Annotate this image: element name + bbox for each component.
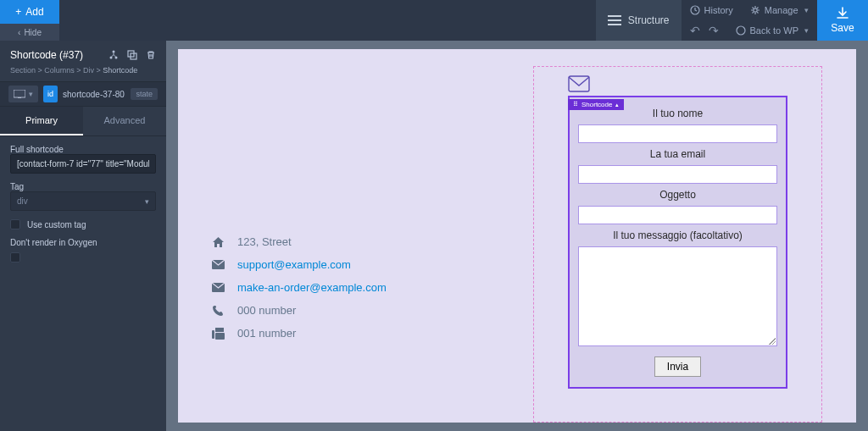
grip-icon: ⠿ bbox=[573, 101, 578, 108]
hide-label: Hide bbox=[24, 28, 42, 37]
home-icon bbox=[212, 236, 225, 248]
element-tag-label: Shortcode bbox=[581, 101, 612, 108]
tree-icon[interactable] bbox=[108, 50, 119, 60]
chevron-down-icon: ▾ bbox=[804, 6, 809, 14]
dont-render-label: Don't render in Oxygen bbox=[10, 238, 156, 247]
tab-advanced[interactable]: Advanced bbox=[83, 107, 166, 135]
envelope-icon bbox=[212, 283, 225, 292]
add-button[interactable]: + Add bbox=[0, 0, 59, 24]
plus-icon: + bbox=[15, 6, 21, 18]
structure-button[interactable]: Structure bbox=[596, 0, 682, 41]
history-button[interactable]: History bbox=[682, 0, 742, 20]
copy-icon[interactable] bbox=[127, 50, 137, 60]
history-label: History bbox=[704, 5, 733, 15]
support-email-text: support@example.com bbox=[237, 258, 351, 271]
breakpoint-selector[interactable]: ▾ bbox=[8, 86, 38, 102]
phone-icon bbox=[212, 305, 225, 317]
element-tag[interactable]: ⠿ Shortcode ▴ bbox=[568, 99, 624, 110]
manage-label: Manage bbox=[765, 5, 798, 15]
element-title: Shortcode (#37) bbox=[10, 49, 83, 61]
svg-rect-8 bbox=[14, 90, 25, 97]
breadcrumb: Section > Columns > Div > Shortcode bbox=[0, 66, 166, 81]
tag-select[interactable]: div ▾ bbox=[10, 191, 156, 211]
hide-button[interactable]: ‹ Hide bbox=[0, 24, 59, 41]
property-tabs: Primary Advanced bbox=[0, 107, 166, 136]
mail-icon bbox=[568, 75, 787, 92]
svg-point-2 bbox=[737, 26, 745, 35]
chevron-up-icon: ▴ bbox=[615, 102, 619, 108]
message-label: Il tuo messaggio (facoltativo) bbox=[613, 229, 743, 241]
address-row: 123, Street bbox=[212, 235, 499, 248]
svg-rect-9 bbox=[18, 97, 21, 98]
phone2-row: 001 number bbox=[212, 327, 499, 340]
svg-point-3 bbox=[113, 51, 115, 53]
back-to-wp-label: Back to WP bbox=[750, 25, 798, 36]
envelope-icon bbox=[212, 260, 225, 269]
structure-label: Structure bbox=[628, 14, 670, 26]
phone1-text: 000 number bbox=[237, 304, 296, 317]
svg-rect-13 bbox=[215, 328, 224, 332]
trash-icon[interactable] bbox=[146, 50, 156, 60]
subject-label: Oggetto bbox=[659, 189, 696, 201]
use-custom-tag-label: Use custom tag bbox=[27, 220, 86, 229]
name-label: Il tuo nome bbox=[653, 108, 703, 119]
order-email-text: make-an-order@example.com bbox=[237, 281, 387, 294]
vertical-scrollbar[interactable] bbox=[844, 49, 854, 423]
manage-button[interactable]: Manage ▾ bbox=[742, 0, 817, 20]
save-label: Save bbox=[831, 22, 854, 34]
structure-icon bbox=[608, 15, 621, 25]
chevron-down-icon: ▾ bbox=[29, 90, 33, 98]
back-to-wp-button[interactable]: Back to WP ▾ bbox=[727, 20, 817, 41]
page-preview[interactable]: 123, Street support@example.com make-an-… bbox=[178, 49, 856, 423]
canvas: 123, Street support@example.com make-an-… bbox=[166, 41, 868, 431]
selector-name[interactable]: shortcode-37-80 bbox=[63, 90, 125, 99]
phone1-row: 000 number bbox=[212, 304, 499, 317]
name-input[interactable] bbox=[578, 124, 777, 143]
save-button[interactable]: Save bbox=[817, 0, 868, 41]
svg-rect-14 bbox=[215, 333, 225, 340]
message-textarea[interactable] bbox=[578, 246, 777, 346]
resize-grip[interactable] bbox=[769, 338, 776, 345]
svg-point-1 bbox=[754, 8, 757, 12]
tag-value: div bbox=[17, 196, 28, 206]
wordpress-icon bbox=[736, 25, 746, 36]
full-shortcode-label: Full shortcode bbox=[10, 145, 156, 154]
tab-primary[interactable]: Primary bbox=[0, 107, 83, 135]
contact-form[interactable]: Il tuo nome La tua email Oggetto Il tuo … bbox=[568, 96, 787, 389]
email-label: La tua email bbox=[650, 148, 705, 160]
chevron-left-icon: ‹ bbox=[18, 28, 20, 37]
svg-rect-15 bbox=[569, 76, 589, 91]
order-email-row[interactable]: make-an-order@example.com bbox=[212, 281, 499, 294]
use-custom-tag-checkbox[interactable] bbox=[10, 219, 20, 229]
state-selector[interactable]: state bbox=[131, 88, 158, 100]
redo-button[interactable]: ↷ bbox=[709, 24, 719, 37]
submit-button[interactable]: Invia bbox=[654, 356, 701, 377]
svg-rect-12 bbox=[212, 330, 214, 339]
properties-sidebar: Shortcode (#37) Section > Columns > Div … bbox=[0, 41, 166, 431]
phone2-text: 001 number bbox=[237, 327, 296, 340]
download-icon bbox=[836, 7, 849, 20]
fax-icon bbox=[212, 328, 225, 340]
support-email-row[interactable]: support@example.com bbox=[212, 258, 499, 271]
dont-render-checkbox[interactable] bbox=[10, 252, 20, 262]
top-bar: + Add ‹ Hide Structure History bbox=[0, 0, 868, 41]
id-badge[interactable]: id bbox=[43, 86, 58, 102]
contact-info-column: 123, Street support@example.com make-an-… bbox=[212, 66, 499, 423]
chevron-down-icon: ▾ bbox=[145, 197, 149, 206]
form-column: ⠿ Shortcode ▴ Il tuo nome La tua email O… bbox=[533, 66, 822, 423]
chevron-down-icon: ▾ bbox=[804, 26, 809, 35]
tag-label: Tag bbox=[10, 182, 156, 191]
full-shortcode-input[interactable] bbox=[10, 154, 156, 174]
address-text: 123, Street bbox=[237, 235, 292, 248]
add-label: Add bbox=[25, 6, 43, 18]
subject-input[interactable] bbox=[578, 206, 777, 224]
email-input[interactable] bbox=[578, 165, 777, 184]
selector-row: ▾ id shortcode-37-80 state bbox=[0, 81, 166, 107]
undo-button[interactable]: ↶ bbox=[690, 24, 700, 37]
history-icon bbox=[690, 5, 700, 15]
gear-icon bbox=[750, 5, 760, 15]
